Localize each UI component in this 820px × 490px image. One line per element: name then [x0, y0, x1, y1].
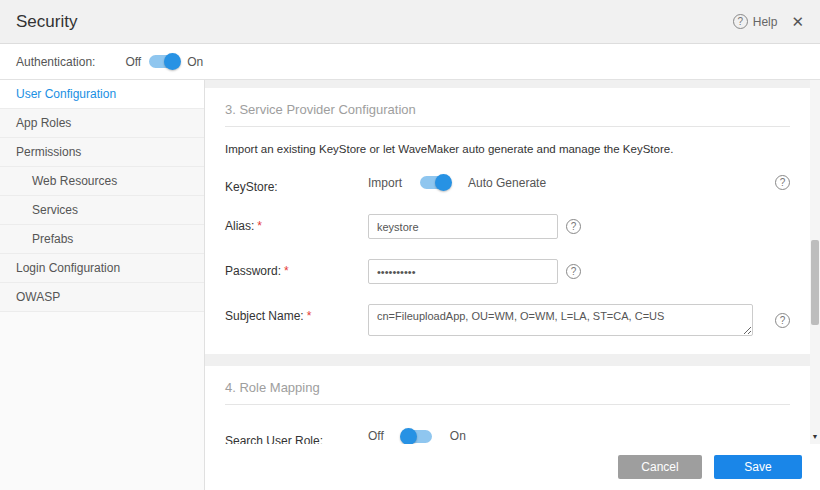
search-user-role-row: Search User Role: Off On [225, 429, 790, 444]
sidebar-item-web-resources[interactable]: Web Resources [0, 167, 204, 196]
section-3-title: 3. Service Provider Configuration [225, 102, 790, 127]
role-mapping-panel: 4. Role Mapping Search User Role: Off On [205, 366, 810, 444]
toggle-knob [164, 53, 181, 70]
toggle-knob [435, 174, 452, 191]
subject-name-label: Subject Name:* [225, 304, 368, 323]
password-row: Password:* ? [225, 259, 790, 284]
content-area: 3. Service Provider Configuration Import… [205, 80, 820, 490]
alias-label-text: Alias: [225, 219, 254, 233]
keystore-toggle[interactable] [420, 176, 450, 189]
keystore-autogenerate-label: Auto Generate [468, 176, 546, 190]
subject-help-icon[interactable]: ? [775, 313, 790, 328]
search-role-off-label: Off [368, 429, 384, 443]
section-4-title: 4. Role Mapping [225, 380, 790, 405]
sidebar-item-login-configuration[interactable]: Login Configuration [0, 254, 204, 283]
sidebar-item-prefabs[interactable]: Prefabs [0, 225, 204, 254]
search-user-role-toggle[interactable] [402, 430, 432, 443]
save-button[interactable]: Save [714, 455, 802, 479]
section-3-description: Import an existing KeyStore or let WaveM… [225, 143, 790, 155]
keystore-help-icon[interactable]: ? [775, 175, 790, 190]
authentication-label: Authentication: [16, 55, 95, 69]
help-button[interactable]: ? Help [733, 14, 778, 29]
help-label: Help [753, 15, 778, 29]
scroll-down-arrow-icon[interactable]: ▼ [810, 433, 820, 440]
cancel-button[interactable]: Cancel [618, 455, 702, 479]
subject-name-row: Subject Name:* cn=FileuploadApp, OU=WM, … [225, 304, 790, 336]
vertical-scrollbar[interactable]: ▼ [810, 80, 820, 444]
search-user-role-label: Search User Role: [225, 429, 368, 444]
password-input[interactable] [368, 259, 558, 284]
keystore-import-label: Import [368, 176, 402, 190]
alias-input[interactable] [368, 214, 558, 239]
alias-row: Alias:* ? [225, 214, 790, 239]
sidebar-item-permissions[interactable]: Permissions [0, 138, 204, 167]
keystore-row: KeyStore: Import Auto Generate ? [225, 175, 790, 194]
password-label-text: Password: [225, 264, 281, 278]
subject-required-marker: * [307, 309, 312, 323]
password-label: Password:* [225, 259, 368, 278]
sidebar-item-user-configuration[interactable]: User Configuration [0, 80, 204, 109]
help-icon: ? [733, 14, 748, 29]
alias-help-icon[interactable]: ? [566, 219, 581, 234]
password-help-icon[interactable]: ? [566, 264, 581, 279]
authentication-off-label: Off [125, 55, 141, 69]
authentication-toggle[interactable] [149, 55, 179, 68]
alias-required-marker: * [257, 219, 262, 233]
search-role-on-label: On [450, 429, 466, 443]
keystore-label: KeyStore: [225, 175, 368, 194]
subject-name-textarea[interactable]: cn=FileuploadApp, OU=WM, O=WM, L=LA, ST=… [368, 304, 753, 336]
service-provider-configuration-panel: 3. Service Provider Configuration Import… [205, 88, 810, 354]
sidebar-item-services[interactable]: Services [0, 196, 204, 225]
close-icon[interactable]: ✕ [791, 13, 804, 31]
sidebar-item-app-roles[interactable]: App Roles [0, 109, 204, 138]
toggle-knob [400, 428, 417, 445]
scrollable-content: 3. Service Provider Configuration Import… [205, 80, 810, 444]
password-required-marker: * [284, 264, 289, 278]
window-header: Security ? Help ✕ [0, 0, 820, 44]
authentication-bar: Authentication: Off On [0, 44, 820, 80]
sidebar-item-owasp[interactable]: OWASP [0, 283, 204, 312]
footer-actions: Cancel Save [205, 444, 820, 490]
authentication-on-label: On [187, 55, 203, 69]
page-title: Security [16, 12, 77, 32]
sidebar: User Configuration App Roles Permissions… [0, 80, 205, 490]
subject-name-label-text: Subject Name: [225, 309, 304, 323]
scrollbar-thumb[interactable] [811, 240, 819, 325]
alias-label: Alias:* [225, 214, 368, 233]
